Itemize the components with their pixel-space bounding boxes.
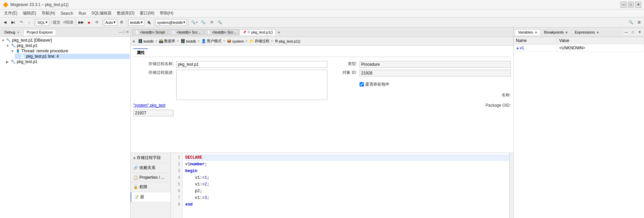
code-line-1: DECLARE — [185, 154, 511, 161]
sql-dropdown[interactable]: SQL▾ — [36, 19, 49, 26]
close-expressions-tab[interactable]: ✕ — [596, 31, 599, 34]
variable-icon: ◆ — [516, 46, 519, 50]
variables-name-header: Name — [514, 37, 557, 44]
side-tab-perms[interactable]: 🔒 权限 — [131, 182, 171, 192]
side-tab-fields[interactable]: ≡ 存储过程字段 — [131, 153, 171, 163]
toolbar-sep-4 — [127, 19, 127, 26]
toolbar-stop[interactable]: ■ — [85, 19, 93, 26]
tab-project-explorer[interactable]: Project Explorer — [23, 29, 56, 35]
toolbar-settings[interactable]: ⚙ — [118, 19, 125, 26]
right-panel-actions: — □ ✕ — [623, 29, 643, 35]
editor-tab-2[interactable]: 📄 <testdb> Scr... — [204, 29, 239, 35]
left-panel-minimize[interactable]: — — [119, 30, 122, 34]
tab-debug[interactable]: Debug ✕ — [1, 29, 23, 35]
minimize-button[interactable]: — — [621, 2, 627, 8]
name-input[interactable] — [176, 61, 327, 68]
line-num-2: 2 — [173, 161, 180, 168]
testdb-dropdown[interactable]: testdb▾ — [128, 19, 144, 26]
bc-testdb[interactable]: 🗄️testdb — [138, 39, 153, 43]
bc-sep-5: ▾ — [246, 39, 248, 43]
tree-node-pkg[interactable]: ▼ 🔧 pkg_test.p1 — [5, 43, 130, 48]
tab-breakpoints[interactable]: Breakpoints ✕ — [541, 29, 571, 35]
menu-item-6[interactable]: 数据库(D) — [114, 10, 137, 17]
toolbar-db-connect[interactable]: 🔌 — [145, 19, 152, 26]
editor-tab-1[interactable]: 📄 <testdb> Scr... — [169, 29, 203, 35]
code-content[interactable]: DECLARE v1 number; begin v1:=1; v1:=2; p… — [183, 153, 513, 218]
editor-tab-3[interactable]: 📌 ⚙ pkg_test.p1() — [240, 29, 276, 35]
name2-label: 名称: — [360, 92, 511, 98]
close-button[interactable]: ✕ — [635, 2, 641, 8]
code-editor: 1 2 3 4 5 6 7 8 DECLARE v1 number; begin… — [171, 153, 513, 218]
close-debug-tab[interactable]: ✕ — [17, 31, 20, 34]
exists-checkbox[interactable] — [360, 82, 364, 87]
toolbar-step-button[interactable]: ▶| — [9, 19, 17, 26]
app-logo: 🔶 — [3, 2, 8, 7]
user-dropdown[interactable]: system@testdb▾ — [155, 19, 187, 26]
type-label: 类型: — [330, 61, 357, 67]
side-tab-deps[interactable]: 🔗 依赖关系 — [131, 163, 171, 173]
line-num-3: 3 — [173, 168, 180, 174]
tab-more[interactable]: » — [276, 30, 281, 35]
desc-textarea[interactable] — [176, 70, 327, 100]
menu-item-7[interactable]: 窗口(W) — [137, 10, 157, 17]
editor-tab-0[interactable]: 📄 <testdb> Script — [132, 29, 168, 35]
menu-item-2[interactable]: 导航(N) — [39, 10, 58, 17]
proc-icon: ⚙ — [247, 30, 250, 34]
menu-item-4[interactable]: Run — [76, 10, 89, 16]
right-expand-btn[interactable]: □ — [630, 29, 636, 35]
toolbar-back-button[interactable]: ◀ — [1, 19, 9, 26]
menu-item-0[interactable]: 文件(E) — [1, 10, 20, 17]
tree-node-thread[interactable]: ▼ 🧵 Thread: remote procedure — [10, 48, 130, 54]
submit-button[interactable]: ↑提交 — [50, 19, 61, 26]
bc-sep-1: ▾ — [155, 39, 157, 43]
right-close-btn[interactable]: ✕ — [637, 29, 643, 35]
tree-node-pkg2[interactable]: ▶ 🔧 pkg_test.p1 — [5, 59, 130, 64]
toolbar-refresh[interactable]: ⟳ — [208, 19, 215, 26]
scroll-indicator — [509, 153, 513, 218]
desc-label: 存储过程描述: — [133, 70, 174, 75]
tab-expressions[interactable]: Expressions ✕ — [572, 29, 602, 35]
maximize-button[interactable]: □ — [628, 2, 634, 8]
toolbar-search-right[interactable]: 🔍 — [627, 19, 635, 26]
toolbar-sep-2 — [76, 19, 76, 26]
bc-system[interactable]: 📦system — [227, 39, 244, 43]
variables-value-header: Value — [557, 37, 644, 44]
bc-testdb2[interactable]: 🗄️testdb — [181, 39, 196, 43]
toolbar-zoom-in[interactable]: 🔍+ — [190, 19, 199, 26]
rollback-button[interactable]: ↺回滚 — [62, 19, 74, 26]
toolbar-debug-run[interactable]: ▶▶ — [77, 19, 85, 26]
toolbar-stepover-button[interactable]: ↷ — [17, 19, 25, 26]
menu-item-3[interactable]: Search — [58, 10, 76, 16]
props-tab-attr[interactable]: 属性 — [133, 48, 148, 57]
toolbar-search[interactable]: 🔍 — [216, 19, 223, 26]
auto-dropdown[interactable]: Auto▾ — [104, 19, 118, 26]
line-num-8: 8 — [173, 201, 180, 208]
bc-usermode[interactable]: 👤用户模式 — [201, 39, 221, 44]
bc-pkg[interactable]: ⚙pkg_test.p1() — [275, 39, 300, 43]
tree-node-root[interactable]: ▼ 🔧 pkg_test.p1 [DBeaver] — [1, 38, 130, 43]
side-tab-properties[interactable]: 📋 Properties / ... — [131, 173, 171, 182]
right-panel: Variables ✕ Breakpoints ✕ Expressions ✕ … — [513, 28, 644, 218]
right-collapse-btn[interactable]: — — [623, 29, 629, 35]
code-line-4: v1:=1; — [185, 174, 511, 181]
side-tab-source[interactable]: 📝 源 — [131, 192, 171, 202]
left-panel-close[interactable]: ✕ — [126, 30, 129, 34]
script-icon-1: 📄 — [172, 30, 176, 34]
left-panel-maximize[interactable]: □ — [123, 30, 125, 34]
menu-item-5[interactable]: SQL编辑器 — [89, 10, 114, 17]
tab-variables[interactable]: Variables ✕ — [515, 29, 540, 35]
var-value-v1: <UNKNOWN> — [557, 44, 644, 52]
close-variables-tab[interactable]: ✕ — [535, 31, 537, 34]
bc-storedproc[interactable]: 📁存储过程 — [249, 39, 269, 44]
toolbar-sep-5 — [154, 19, 154, 26]
menu-item-8[interactable]: 帮助(H) — [157, 10, 176, 17]
toolbar-stepout-button[interactable]: ↑ — [25, 19, 33, 26]
tree-node-line[interactable]: 📄 pkg_test.p1 line: 4 — [15, 54, 130, 59]
toolbar-panels[interactable]: ⊞ — [635, 19, 643, 26]
menu-item-1[interactable]: 编辑(E) — [20, 10, 39, 17]
name2-link[interactable]: "system".pkg_test — [133, 103, 174, 108]
toolbar-restart[interactable]: ⟳ — [93, 19, 101, 26]
toolbar-zoom-out[interactable]: 🔍- — [200, 19, 208, 26]
bc-database[interactable]: 🗃️数据库 — [159, 39, 175, 44]
close-breakpoints-tab[interactable]: ✕ — [565, 31, 568, 34]
